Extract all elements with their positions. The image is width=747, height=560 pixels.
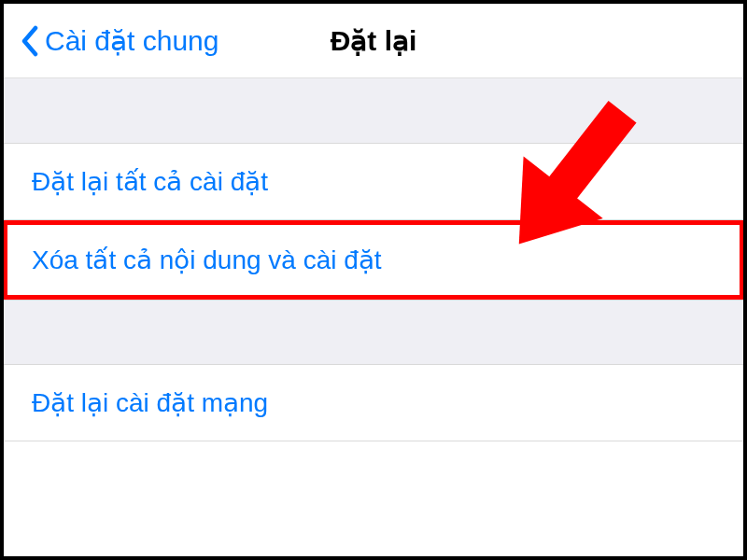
reset-network-settings[interactable]: Đặt lại cài đặt mạng <box>4 365 743 441</box>
item-label: Đặt lại tất cả cài đặt <box>32 167 268 196</box>
erase-all-content[interactable]: Xóa tất cả nội dung và cài đặt <box>3 220 744 300</box>
reset-all-settings[interactable]: Đặt lại tất cả cài đặt <box>4 144 743 220</box>
chevron-left-icon <box>21 25 39 57</box>
settings-list: Đặt lại cài đặt mạng <box>4 365 743 441</box>
nav-header: Cài đặt chung Đặt lại <box>4 4 743 78</box>
item-label: Đặt lại cài đặt mạng <box>32 388 268 417</box>
section-spacer <box>4 300 743 365</box>
back-label: Cài đặt chung <box>45 24 218 57</box>
back-button[interactable]: Cài đặt chung <box>4 24 218 57</box>
page-title: Đặt lại <box>331 24 417 57</box>
settings-list: Đặt lại tất cả cài đặt Xóa tất cả nội du… <box>4 144 743 300</box>
item-label: Xóa tất cả nội dung và cài đặt <box>32 245 382 274</box>
section-spacer <box>4 78 743 144</box>
